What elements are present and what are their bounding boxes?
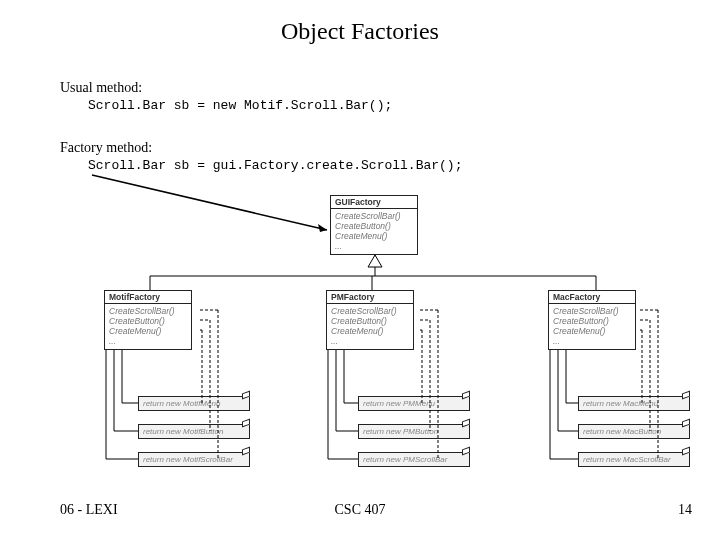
uml-motif-ops: CreateScrollBar() CreateButton() CreateM…: [105, 304, 191, 348]
uml-motif-name: MotifFactory: [105, 291, 191, 304]
motif-return-scrollbar: return new MotifScrollBar: [138, 452, 250, 467]
pm-return-menu: return new PMMenu: [358, 396, 470, 411]
motif-return-menu-text: return new MotifMenu: [143, 399, 220, 408]
svg-marker-3: [368, 255, 382, 267]
uml-guifactory: GUIFactory CreateScrollBar() CreateButto…: [330, 195, 418, 255]
note-fold-icon: [682, 447, 690, 456]
note-fold-icon: [242, 391, 250, 400]
uml-mac-ops: CreateScrollBar() CreateButton() CreateM…: [549, 304, 635, 348]
uml-pmfactory: PMFactory CreateScrollBar() CreateButton…: [326, 290, 414, 350]
factory-code: Scroll.Bar sb = gui.Factory.create.Scrol…: [88, 158, 462, 173]
uml-pm-ops: CreateScrollBar() CreateButton() CreateM…: [327, 304, 413, 348]
note-fold-icon: [242, 447, 250, 456]
motif-return-menu: return new MotifMenu: [138, 396, 250, 411]
footer-center: CSC 407: [0, 502, 720, 518]
mac-return-button: return new MacButton: [578, 424, 690, 439]
usual-label: Usual method:: [60, 80, 392, 96]
mac-return-button-text: return new MacButton: [583, 427, 661, 436]
uml-guifactory-ops: CreateScrollBar() CreateButton() CreateM…: [331, 209, 417, 253]
svg-marker-1: [318, 224, 327, 232]
note-fold-icon: [462, 419, 470, 428]
pm-return-scrollbar-text: return new PMScrollBar: [363, 455, 447, 464]
uml-motiffactory: MotifFactory CreateScrollBar() CreateBut…: [104, 290, 192, 350]
note-fold-icon: [462, 391, 470, 400]
motif-return-button: return new MotifButton: [138, 424, 250, 439]
mac-return-scrollbar-text: return new MacScrollBar: [583, 455, 671, 464]
usual-code: Scroll.Bar sb = new Motif.Scroll.Bar();: [88, 98, 392, 113]
motif-return-scrollbar-text: return new MotifScrollBar: [143, 455, 233, 464]
pm-return-button: return new PMButton: [358, 424, 470, 439]
mac-return-menu: return new MacMenu: [578, 396, 690, 411]
usual-method-block: Usual method: Scroll.Bar sb = new Motif.…: [60, 80, 392, 113]
svg-line-0: [92, 175, 327, 230]
mac-return-scrollbar: return new MacScrollBar: [578, 452, 690, 467]
uml-mac-name: MacFactory: [549, 291, 635, 304]
uml-pm-name: PMFactory: [327, 291, 413, 304]
uml-macfactory: MacFactory CreateScrollBar() CreateButto…: [548, 290, 636, 350]
note-fold-icon: [462, 447, 470, 456]
uml-guifactory-name: GUIFactory: [331, 196, 417, 209]
page-title: Object Factories: [0, 18, 720, 45]
mac-return-menu-text: return new MacMenu: [583, 399, 658, 408]
footer-page-number: 14: [678, 502, 692, 518]
factory-method-block: Factory method: Scroll.Bar sb = gui.Fact…: [60, 140, 462, 173]
note-fold-icon: [682, 391, 690, 400]
pm-return-menu-text: return new PMMenu: [363, 399, 435, 408]
pm-return-button-text: return new PMButton: [363, 427, 438, 436]
motif-return-button-text: return new MotifButton: [143, 427, 223, 436]
factory-label: Factory method:: [60, 140, 462, 156]
note-fold-icon: [682, 419, 690, 428]
pm-return-scrollbar: return new PMScrollBar: [358, 452, 470, 467]
note-fold-icon: [242, 419, 250, 428]
